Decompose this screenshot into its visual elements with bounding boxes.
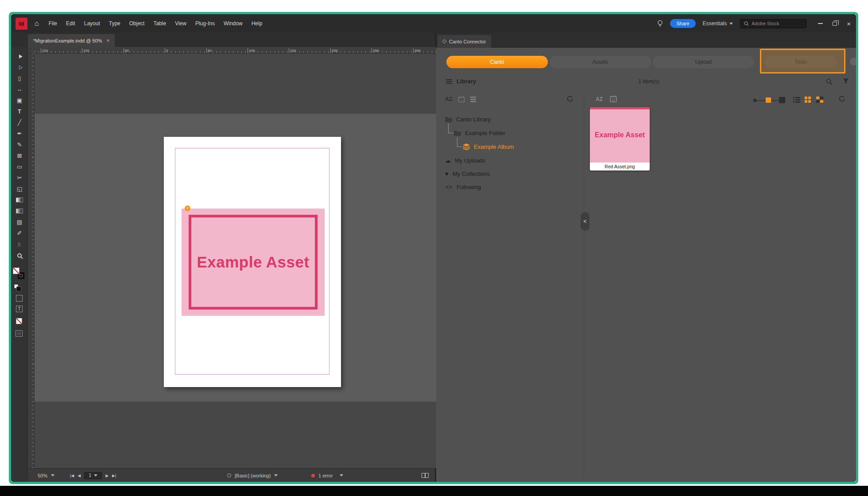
thumb-size-medium-icon[interactable]	[766, 97, 771, 103]
menu-edit[interactable]: Edit	[62, 20, 80, 27]
previous-page-button[interactable]: ◀	[78, 473, 81, 478]
preflight-menu[interactable]: [Basic] (working)	[227, 469, 278, 482]
last-page-button[interactable]: ▶|	[112, 473, 116, 478]
menu-object[interactable]: Object	[125, 20, 149, 27]
menu-table[interactable]: Table	[149, 20, 170, 27]
detail-view-icon[interactable]	[816, 97, 823, 103]
document-canvas[interactable]: ? Example Asset	[35, 54, 436, 468]
tab-canto-label: Canto	[490, 59, 504, 65]
ruler-corner[interactable]	[28, 47, 35, 54]
adobe-stock-search[interactable]: Adobe Stock	[740, 19, 806, 28]
tab-assets[interactable]: Assets	[550, 56, 651, 68]
gap-tool[interactable]: ↔	[11, 84, 28, 95]
panel-title-tab[interactable]: Canto Connector	[438, 35, 491, 48]
menu-layout[interactable]: Layout	[80, 20, 105, 27]
free-transform-tool[interactable]: ◱	[11, 183, 28, 194]
document-page[interactable]: ? Example Asset	[164, 137, 341, 387]
default-fill-stroke-icon[interactable]	[14, 284, 18, 288]
menu-items: File Edit Layout Type Object Table View …	[44, 20, 267, 27]
menu-view[interactable]: View	[170, 20, 191, 27]
page-number-value: 1	[89, 473, 91, 478]
document-tab-close-icon[interactable]: ×	[106, 38, 109, 44]
gradient-tool[interactable]	[11, 194, 28, 205]
lightbulb-icon[interactable]	[657, 20, 663, 27]
first-page-button[interactable]: |◀	[70, 473, 74, 478]
document-tab[interactable]: *MigrationExample.indd @ 50% ×	[28, 34, 115, 47]
collapse-tree-button[interactable]: <	[581, 212, 589, 231]
fill-swatch[interactable]	[13, 267, 19, 274]
library-toolbar: Library 1 Item(s)	[436, 75, 856, 88]
asset-sort-date-icon[interactable]: 12	[610, 95, 617, 102]
filter-icon[interactable]	[843, 78, 849, 85]
share-button[interactable]: Share	[670, 19, 695, 28]
direct-selection-tool[interactable]: ▷	[11, 62, 28, 73]
rectangle-frame-tool[interactable]: ⊠	[11, 150, 28, 161]
tab-canto[interactable]: Canto	[446, 56, 548, 68]
formatting-affects-container-button[interactable]	[16, 295, 23, 302]
tree-item-example-album[interactable]: Example Album	[463, 141, 514, 152]
minimize-button[interactable]	[818, 23, 823, 24]
line-tool[interactable]: ╱	[11, 117, 28, 128]
note-tool[interactable]: ▤	[11, 217, 28, 228]
sort-scheme-icon[interactable]	[470, 96, 477, 102]
restore-button[interactable]	[833, 22, 837, 26]
tree-item-following[interactable]: Following	[445, 182, 481, 192]
thumb-size-small-icon[interactable]	[753, 99, 756, 102]
eyedropper-tool[interactable]: ✐	[11, 228, 28, 239]
page-navigation: |◀ ◀ 1 ▶ ▶|	[70, 469, 116, 482]
home-icon[interactable]: ⌂	[35, 20, 39, 27]
grid-view-icon[interactable]	[805, 97, 811, 103]
page-tool[interactable]: ▯	[11, 73, 28, 84]
menu-file[interactable]: File	[44, 20, 62, 27]
library-menu-icon[interactable]	[446, 81, 452, 82]
asset-filename: Red Asset.png	[590, 163, 650, 170]
tree-item-example-folder[interactable]: Example Folder	[454, 128, 505, 138]
asset-card[interactable]: Example Asset Red Asset.png	[590, 107, 650, 170]
list-view-icon[interactable]	[793, 97, 800, 103]
pencil-tool[interactable]: ✎	[11, 139, 28, 150]
screen-mode-button[interactable]	[16, 330, 23, 337]
error-dot-icon	[311, 474, 315, 477]
search-icon	[744, 21, 749, 26]
close-button[interactable]: ×	[847, 20, 851, 27]
menu-plugins[interactable]: Plug-Ins	[191, 20, 219, 27]
asset-thumbnail[interactable]: Example Asset	[590, 107, 650, 163]
selection-tool[interactable]: ▶	[11, 50, 28, 62]
vertical-ruler[interactable]	[28, 54, 35, 468]
assets-refresh-icon[interactable]	[838, 95, 845, 102]
type-tool[interactable]: T	[11, 106, 28, 117]
tree-refresh-icon[interactable]	[566, 95, 574, 102]
sort-date-icon[interactable]	[458, 96, 465, 102]
next-page-button[interactable]: ▶	[105, 473, 108, 478]
apply-none-button[interactable]	[16, 318, 22, 324]
tree-item-my-collections[interactable]: ♥ My Collections	[445, 168, 490, 179]
menu-help[interactable]: Help	[247, 20, 267, 27]
spread-view-toggle[interactable]	[422, 469, 429, 482]
placed-asset-frame[interactable]: ? Example Asset	[182, 209, 325, 316]
thumb-size-large-icon[interactable]	[779, 97, 785, 103]
rectangle-tool[interactable]: ▭	[11, 161, 28, 172]
pen-tool[interactable]: ✒	[11, 128, 28, 139]
zoom-tool[interactable]	[11, 250, 28, 261]
formatting-affects-text-button[interactable]: T	[16, 306, 23, 312]
workspace-switcher[interactable]: Essentials	[703, 20, 733, 27]
link-warning-badge-icon[interactable]: ?	[185, 205, 190, 211]
zoom-control[interactable]: 50%	[38, 469, 54, 482]
preflight-error-status[interactable]: 1 error	[311, 469, 343, 482]
horizontal-ruler[interactable]: 150 100 50 0 50 100 150 200 250 300	[35, 47, 436, 54]
menu-type[interactable]: Type	[105, 20, 125, 27]
tab-assets-label: Assets	[592, 59, 608, 65]
tab-tools[interactable]: Tools	[765, 56, 837, 68]
scissors-tool[interactable]: ✂	[11, 172, 28, 183]
asset-sort-alpha-button[interactable]: AZ	[596, 96, 603, 102]
tree-item-canto-library[interactable]: Canto Library	[445, 114, 491, 124]
search-icon[interactable]	[826, 78, 833, 85]
hand-tool[interactable]: ☞	[11, 239, 28, 250]
menu-window[interactable]: Window	[219, 20, 247, 27]
tab-upload[interactable]: Upload	[653, 56, 754, 68]
content-collector-tool[interactable]: ▣	[11, 95, 28, 106]
sort-alpha-button[interactable]: AZ	[445, 96, 452, 102]
gradient-feather-tool[interactable]	[11, 205, 28, 217]
page-number-field[interactable]: 1	[84, 472, 102, 479]
tree-item-my-uploads[interactable]: ☁ My Uploads	[445, 155, 485, 166]
